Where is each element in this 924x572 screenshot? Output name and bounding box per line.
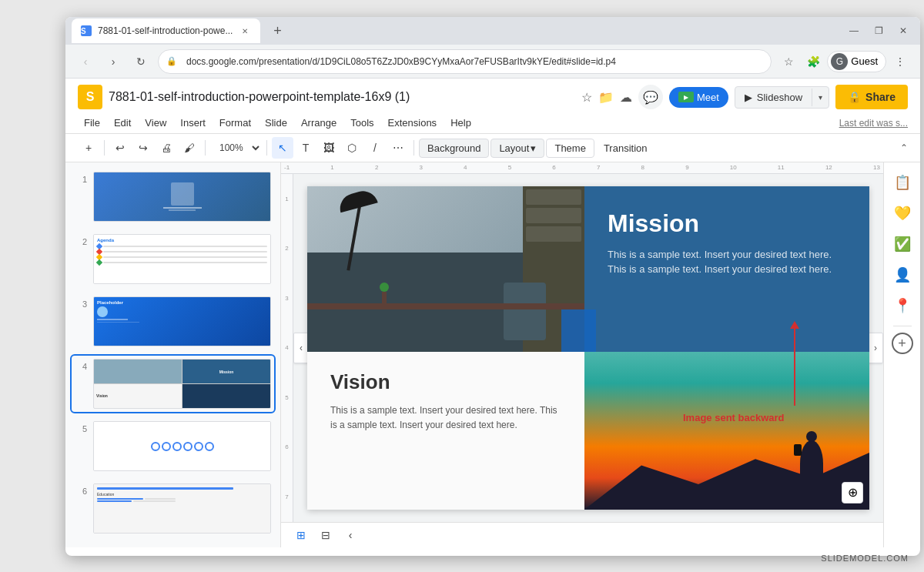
menu-format[interactable]: Format: [213, 114, 257, 132]
sidebar-icon-maps[interactable]: 📍: [889, 292, 916, 319]
divider-1: [104, 140, 105, 156]
menu-arrange[interactable]: Arrange: [295, 114, 343, 132]
more-button[interactable]: ⋯: [387, 137, 409, 159]
slideshow-dropdown-button[interactable]: ▾: [812, 89, 829, 106]
menu-extensions[interactable]: Extensions: [382, 114, 444, 132]
desk-surface: [307, 303, 584, 309]
star-icon[interactable]: ☆: [581, 90, 592, 105]
menu-help[interactable]: Help: [444, 114, 477, 132]
office-background: [307, 186, 584, 352]
layout-button[interactable]: Layout ▾: [490, 139, 544, 158]
sidebar-icon-tasks[interactable]: ✅: [889, 230, 916, 258]
watermark: SLIDEMODEL.COM: [821, 554, 909, 563]
cloud-icon[interactable]: ☁: [620, 90, 632, 105]
cursor-button[interactable]: ↖: [272, 137, 293, 159]
back-button[interactable]: ‹: [75, 51, 96, 72]
menu-slide[interactable]: Slide: [259, 114, 293, 132]
slide-item-4[interactable]: 4 Mission Vision: [72, 356, 274, 412]
slide-item-3[interactable]: 3 Placeholder: [72, 293, 274, 350]
menu-view[interactable]: View: [139, 114, 172, 132]
slideshow-button[interactable]: ▶ Slideshow ▾: [735, 86, 829, 109]
add-button[interactable]: +: [78, 137, 99, 159]
menu-insert[interactable]: Insert: [174, 114, 212, 132]
docs-filename[interactable]: 7881-01-self-introduction-powerpoint-tem…: [109, 90, 575, 104]
comment-button[interactable]: 💬: [638, 85, 663, 109]
format-paint-button[interactable]: 🖌: [179, 137, 200, 159]
menu-file[interactable]: File: [78, 114, 106, 132]
minimize-button[interactable]: —: [843, 20, 865, 42]
slide-item-2[interactable]: 2 Agenda: [72, 231, 274, 287]
slide-number-2: 2: [75, 234, 87, 246]
menu-button[interactable]: ⋮: [889, 51, 911, 72]
bookmark-button[interactable]: ☆: [778, 51, 799, 72]
slideshow-main[interactable]: ▶ Slideshow: [735, 87, 812, 108]
meet-button[interactable]: ▶ Meet: [669, 87, 728, 108]
theme-button[interactable]: Theme: [546, 139, 594, 158]
slide-thumb-5[interactable]: [93, 421, 271, 471]
meet-icon: ▶: [678, 92, 694, 102]
slide-item-6[interactable]: 6 Education: [72, 480, 274, 537]
active-tab[interactable]: S 7881-01-self-introduction-powe... ✕: [72, 18, 260, 43]
tile-view-button[interactable]: ⊟: [315, 524, 336, 546]
canvas-nav-left[interactable]: ‹: [293, 333, 309, 363]
hiker-head: [806, 431, 817, 442]
vision-title: Vision: [330, 370, 561, 394]
sidebar-icon-explore[interactable]: 💛: [889, 199, 916, 227]
sidebar-add-button[interactable]: +: [892, 333, 913, 354]
extensions-button[interactable]: 🧩: [802, 51, 824, 72]
transition-button[interactable]: Transition: [596, 139, 655, 157]
menu-edit[interactable]: Edit: [108, 114, 137, 132]
forward-button[interactable]: ›: [102, 51, 124, 72]
right-sidebar: 📋 💛 ✅ 👤 📍 +: [883, 162, 920, 547]
slide-thumb-6[interactable]: Education: [93, 483, 271, 534]
collapse-toolbar-button[interactable]: ⌃: [900, 142, 908, 153]
expand-button[interactable]: ⊕: [842, 482, 863, 503]
slide-thumb-4[interactable]: Mission Vision: [93, 359, 271, 409]
profile-button[interactable]: G Guest: [827, 51, 886, 72]
maximize-button[interactable]: ❐: [868, 20, 889, 42]
menu-tools[interactable]: Tools: [344, 114, 380, 132]
redo-button[interactable]: ↪: [132, 137, 154, 159]
address-input[interactable]: 🔒 docs.google.com/presentation/d/1D9CiL0…: [158, 49, 772, 74]
slide-bottom-right: [584, 352, 869, 510]
zoom-select[interactable]: 100% 75% 50%: [210, 140, 262, 156]
slide-panel: 1 2 Agenda: [65, 162, 281, 547]
line-button[interactable]: /: [364, 137, 386, 159]
undo-button[interactable]: ↩: [109, 137, 131, 159]
last-edit-label[interactable]: Last edit was s...: [839, 118, 908, 129]
docs-logo: S: [78, 85, 102, 109]
hiker-silhouette: [800, 440, 823, 487]
folder-icon[interactable]: 📁: [598, 90, 614, 105]
slide-thumb-3[interactable]: Placeholder: [93, 296, 271, 346]
horizontal-ruler: -112345678910111213: [281, 162, 883, 174]
slide-item-1[interactable]: 1: [72, 169, 274, 225]
address-bar: ‹ › ↻ 🔒 docs.google.com/presentation/d/1…: [65, 45, 920, 79]
share-button[interactable]: 🔒 Share: [835, 85, 908, 109]
shelf-item-3: [526, 226, 581, 242]
vertical-ruler: 1234567: [281, 174, 293, 522]
slide-thumb-2[interactable]: Agenda: [93, 234, 271, 284]
slide-canvas[interactable]: Mission This is a sample text. Insert yo…: [307, 186, 869, 510]
shape-button[interactable]: ⬡: [341, 137, 363, 159]
tab-close-button[interactable]: ✕: [239, 25, 251, 37]
print-button[interactable]: 🖨: [156, 137, 177, 159]
sidebar-icon-clipboard[interactable]: 📋: [889, 169, 916, 196]
sidebar-icon-contacts[interactable]: 👤: [889, 261, 916, 289]
new-tab-button[interactable]: +: [266, 20, 288, 42]
guest-avatar: G: [831, 53, 848, 70]
image-sent-backward-label: Image sent backward: [683, 412, 785, 423]
close-button[interactable]: ✕: [892, 20, 914, 42]
image-button[interactable]: 🖼: [318, 137, 340, 159]
red-arrowhead-up: [790, 321, 799, 329]
reload-button[interactable]: ↻: [130, 51, 152, 72]
textbox-button[interactable]: T: [295, 137, 316, 159]
expand-panel-button[interactable]: ‹: [340, 524, 361, 546]
background-button[interactable]: Background: [419, 139, 489, 158]
slide-thumb-1[interactable]: [93, 172, 271, 222]
slide-item-5[interactable]: 5: [72, 418, 274, 474]
grid-view-button[interactable]: ⊞: [290, 524, 312, 546]
canvas-nav-right[interactable]: ›: [868, 333, 883, 363]
tab-favicon: S: [81, 25, 92, 36]
mountain-silhouette: [584, 447, 869, 510]
blue-overlay-rectangle[interactable]: [561, 309, 596, 356]
